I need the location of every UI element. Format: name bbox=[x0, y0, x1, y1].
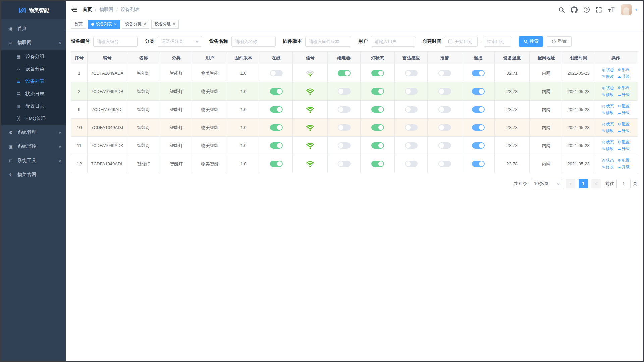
config-link[interactable]: ⚙配置 bbox=[618, 67, 630, 73]
remote-toggle[interactable] bbox=[472, 88, 485, 95]
edit-link[interactable]: ✎修改 bbox=[602, 92, 614, 98]
start-date-input[interactable] bbox=[455, 39, 474, 44]
online-toggle[interactable] bbox=[270, 106, 283, 113]
device-no-input[interactable] bbox=[97, 39, 134, 44]
upgrade-link[interactable]: ☁升级 bbox=[617, 146, 630, 152]
remote-toggle[interactable] bbox=[472, 70, 485, 76]
radar-toggle[interactable] bbox=[405, 70, 418, 76]
light-toggle[interactable] bbox=[371, 88, 384, 95]
relay-toggle[interactable] bbox=[338, 124, 351, 131]
category-select[interactable]: 请选择分类∨ bbox=[158, 36, 202, 47]
sidebar-item-system-monitor[interactable]: ▣系统监控∨ bbox=[1, 139, 66, 154]
help-icon[interactable]: ? bbox=[583, 6, 590, 13]
search-icon[interactable] bbox=[558, 7, 565, 13]
light-toggle[interactable] bbox=[371, 161, 384, 167]
sidebar-item-emq-manage[interactable]: ╳EMQ管理 bbox=[1, 112, 66, 125]
user-input[interactable] bbox=[375, 39, 412, 44]
upgrade-link[interactable]: ☁升级 bbox=[617, 128, 630, 134]
edit-link[interactable]: ✎修改 bbox=[602, 146, 614, 152]
edit-link[interactable]: ✎修改 bbox=[602, 74, 614, 79]
status-link[interactable]: ◎状态 bbox=[602, 85, 614, 91]
close-icon[interactable]: × bbox=[114, 22, 117, 26]
edit-link[interactable]: ✎修改 bbox=[602, 128, 614, 134]
status-link[interactable]: ◎状态 bbox=[602, 67, 614, 73]
online-toggle[interactable] bbox=[270, 70, 283, 76]
sidebar-item-official-site[interactable]: ✈物美官网 bbox=[1, 168, 66, 182]
radar-toggle[interactable] bbox=[405, 142, 418, 149]
alarm-toggle[interactable] bbox=[438, 70, 451, 76]
relay-toggle[interactable] bbox=[338, 106, 351, 113]
upgrade-link[interactable]: ☁升级 bbox=[617, 92, 630, 98]
search-button[interactable]: 搜索 bbox=[519, 36, 543, 47]
remote-toggle[interactable] bbox=[472, 124, 485, 131]
breadcrumb-iot[interactable]: 物联网 bbox=[99, 7, 113, 13]
sidebar-item-iot[interactable]: ≋物联网∧ bbox=[1, 36, 66, 50]
upgrade-link[interactable]: ☁升级 bbox=[617, 110, 630, 116]
alarm-toggle[interactable] bbox=[438, 142, 451, 149]
radar-toggle[interactable] bbox=[405, 88, 418, 95]
sidebar-item-device-group[interactable]: ▦设备分组 bbox=[1, 50, 66, 63]
avatar[interactable] bbox=[621, 4, 632, 15]
sidebar-item-system-management[interactable]: ⚙系统管理∨ bbox=[1, 125, 66, 139]
config-link[interactable]: ⚙配置 bbox=[618, 121, 630, 127]
tab-设备列表[interactable]: 设备列表× bbox=[88, 20, 120, 29]
sidebar-item-system-tools[interactable]: ⊡系统工具∨ bbox=[1, 154, 66, 168]
font-size-icon[interactable] bbox=[608, 6, 615, 13]
tab-设备分组[interactable]: 设备分组× bbox=[151, 20, 179, 29]
sidebar-fold-icon[interactable] bbox=[71, 6, 78, 13]
tab-首页[interactable]: 首页 bbox=[71, 20, 86, 29]
remote-toggle[interactable] bbox=[472, 106, 485, 113]
relay-toggle[interactable] bbox=[338, 88, 351, 95]
brand-logo[interactable]: VA 物美智能 bbox=[1, 1, 66, 19]
status-link[interactable]: ◎状态 bbox=[602, 103, 614, 109]
sidebar-item-device-list[interactable]: ≣设备列表 bbox=[1, 75, 66, 87]
radar-toggle[interactable] bbox=[405, 106, 418, 113]
alarm-toggle[interactable] bbox=[438, 88, 451, 95]
light-toggle[interactable] bbox=[371, 106, 384, 113]
online-toggle[interactable] bbox=[270, 124, 283, 131]
edit-link[interactable]: ✎修改 bbox=[602, 110, 614, 116]
close-icon[interactable]: × bbox=[173, 22, 175, 26]
close-icon[interactable]: × bbox=[144, 22, 146, 26]
breadcrumb-home[interactable]: 首页 bbox=[83, 7, 92, 13]
edit-link[interactable]: ✎修改 bbox=[602, 164, 614, 170]
light-toggle[interactable] bbox=[371, 70, 384, 76]
radar-toggle[interactable] bbox=[405, 161, 418, 167]
relay-toggle[interactable] bbox=[338, 142, 351, 149]
sidebar-item-device-category[interactable]: ∴设备分类 bbox=[1, 63, 66, 75]
online-toggle[interactable] bbox=[270, 88, 283, 95]
end-date-input[interactable] bbox=[487, 39, 508, 44]
light-toggle[interactable] bbox=[371, 142, 384, 149]
remote-toggle[interactable] bbox=[472, 161, 485, 167]
upgrade-link[interactable]: ☁升级 bbox=[617, 74, 630, 79]
status-link[interactable]: ◎状态 bbox=[602, 121, 614, 127]
sidebar-item-config-log[interactable]: ▥配置日志 bbox=[1, 100, 66, 112]
alarm-toggle[interactable] bbox=[438, 124, 451, 131]
sidebar-item-home[interactable]: ◉首页 bbox=[1, 21, 66, 36]
alarm-toggle[interactable] bbox=[438, 106, 451, 113]
goto-page-input[interactable] bbox=[616, 179, 631, 188]
page-size-select[interactable]: 10条/页 ∨ bbox=[531, 179, 562, 188]
sidebar-item-status-log[interactable]: ▤状态日志 bbox=[1, 87, 66, 100]
device-name-input[interactable] bbox=[235, 39, 272, 44]
status-link[interactable]: ◎状态 bbox=[602, 158, 614, 163]
alarm-toggle[interactable] bbox=[438, 161, 451, 167]
reset-button[interactable]: 重置 bbox=[547, 36, 572, 47]
config-link[interactable]: ⚙配置 bbox=[618, 139, 630, 145]
firmware-input[interactable] bbox=[309, 39, 347, 44]
config-link[interactable]: ⚙配置 bbox=[618, 85, 630, 91]
relay-toggle[interactable] bbox=[338, 161, 351, 167]
page-1-button[interactable]: 1 bbox=[579, 179, 588, 188]
fullscreen-icon[interactable] bbox=[596, 7, 602, 13]
online-toggle[interactable] bbox=[270, 161, 283, 167]
radar-toggle[interactable] bbox=[405, 124, 418, 131]
status-link[interactable]: ◎状态 bbox=[602, 139, 614, 145]
prev-page-button[interactable]: ‹ bbox=[566, 179, 575, 188]
relay-toggle[interactable] bbox=[338, 70, 351, 76]
caret-down-icon[interactable]: ▾ bbox=[635, 7, 637, 12]
tab-设备分类[interactable]: 设备分类× bbox=[122, 20, 150, 29]
config-link[interactable]: ⚙配置 bbox=[618, 103, 630, 109]
online-toggle[interactable] bbox=[270, 142, 283, 149]
light-toggle[interactable] bbox=[371, 124, 384, 131]
upgrade-link[interactable]: ☁升级 bbox=[617, 164, 630, 170]
